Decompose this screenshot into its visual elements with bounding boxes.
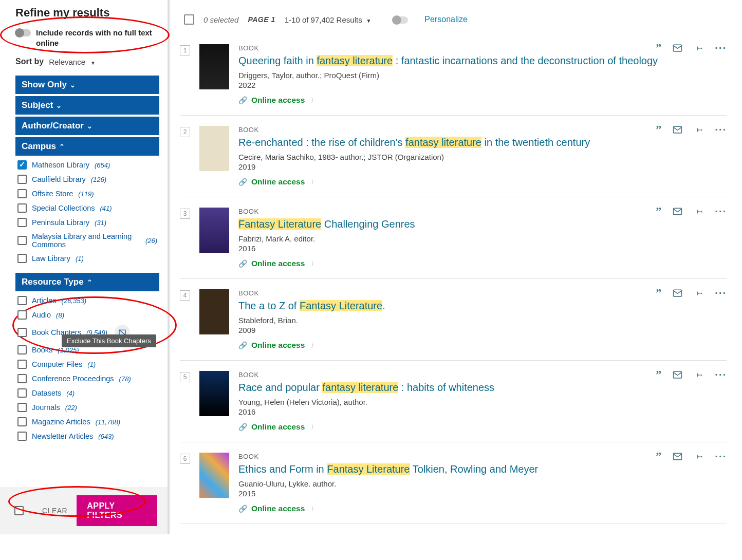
personalize-control[interactable]: Personalize: [393, 15, 468, 24]
facet-show-only[interactable]: Show Only⌄: [15, 76, 159, 94]
result-thumbnail[interactable]: [199, 44, 229, 89]
actions-checkbox[interactable]: [14, 506, 24, 515]
facet-checkbox[interactable]: [17, 310, 27, 320]
cite-icon[interactable]: ”: [656, 450, 661, 463]
chevron-down-icon: ⌄: [70, 81, 76, 89]
result-authors: Fabrizi, Mark A. editor.: [238, 234, 727, 243]
result-thumbnail[interactable]: [199, 453, 229, 498]
email-icon[interactable]: [673, 288, 682, 298]
facet-checkbox[interactable]: [17, 218, 27, 227]
result-title[interactable]: Fantasy Literature Challenging Genres: [238, 217, 727, 231]
cite-icon[interactable]: ”: [656, 41, 661, 54]
facet-item[interactable]: Journals (22): [15, 400, 159, 415]
result-title[interactable]: Ethics and Form in Fantasy Literature To…: [238, 462, 727, 476]
cite-icon[interactable]: ”: [656, 368, 661, 381]
online-access-link[interactable]: 🔗 Online access 〉: [238, 96, 727, 105]
facet-checkbox[interactable]: [17, 160, 27, 170]
facet-checkbox[interactable]: [17, 296, 27, 305]
more-icon[interactable]: ···: [715, 42, 727, 54]
result-actions: ” ···: [656, 41, 727, 54]
facet-item[interactable]: Computer Files (1): [15, 357, 159, 371]
facet-item[interactable]: Magazine Articles (11,788): [15, 415, 159, 429]
facet-checkbox[interactable]: [17, 417, 27, 426]
facet-subject[interactable]: Subject⌄: [15, 96, 159, 115]
facet-item[interactable]: Offsite Store (119): [15, 186, 159, 201]
facet-item[interactable]: Malaysia Library and Learning Commons (2…: [15, 230, 159, 251]
facet-campus[interactable]: Campus⌃: [15, 137, 159, 156]
facet-label: Offsite Store: [32, 190, 73, 198]
select-all-checkbox[interactable]: [184, 14, 194, 25]
email-icon[interactable]: [673, 125, 682, 135]
email-icon[interactable]: [673, 452, 682, 461]
facet-author[interactable]: Author/Creator⌄: [15, 117, 159, 135]
facet-checkbox[interactable]: [17, 236, 27, 245]
facet-item[interactable]: Special Collections (41): [15, 201, 159, 215]
pin-icon[interactable]: [694, 207, 703, 216]
pin-icon[interactable]: [694, 43, 703, 53]
sort-row: Sort by Relevance ▼: [15, 57, 159, 66]
facet-checkbox[interactable]: [17, 328, 27, 337]
facet-checkbox[interactable]: [17, 175, 27, 184]
cite-icon[interactable]: ”: [656, 204, 661, 218]
email-icon[interactable]: [673, 43, 682, 53]
facet-checkbox[interactable]: [17, 403, 27, 412]
online-access-link[interactable]: 🔗 Online access 〉: [238, 177, 727, 186]
cite-icon[interactable]: ”: [656, 286, 661, 300]
result-title[interactable]: The a to Z of Fantasy Literature.: [238, 299, 727, 313]
email-icon[interactable]: [673, 207, 682, 216]
facet-item[interactable]: Conference Proceedings (78): [15, 371, 159, 386]
result-title[interactable]: Queering faith in fantasy literature : f…: [238, 54, 727, 68]
pin-icon[interactable]: [694, 125, 703, 135]
facet-checkbox[interactable]: [17, 374, 27, 383]
facet-item[interactable]: Audio (8): [15, 308, 159, 322]
online-access-link[interactable]: 🔗 Online access 〉: [238, 422, 727, 432]
facet-resource-type[interactable]: Resource Type⌃: [15, 273, 159, 291]
facet-item[interactable]: Caulfield Library (126): [15, 172, 159, 186]
email-icon[interactable]: [673, 370, 682, 380]
include-no-fulltext-toggle[interactable]: [15, 29, 31, 36]
facet-checkbox[interactable]: [17, 360, 27, 369]
facet-item[interactable]: Matheson Library (654): [15, 158, 159, 172]
online-access-link[interactable]: 🔗 Online access 〉: [238, 504, 727, 513]
online-access-link[interactable]: 🔗 Online access 〉: [238, 259, 727, 268]
apply-filters-button[interactable]: APPLY FILTERS: [77, 495, 157, 526]
result-thumbnail[interactable]: [199, 289, 229, 334]
facet-checkbox[interactable]: [17, 388, 27, 398]
result-thumbnail[interactable]: [199, 126, 229, 171]
result-thumbnail[interactable]: [199, 371, 229, 416]
sort-dropdown[interactable]: Relevance ▼: [49, 58, 96, 66]
facet-checkbox[interactable]: [17, 203, 27, 213]
filter-actions-bar: CLEAR APPLY FILTERS: [0, 487, 168, 534]
more-icon[interactable]: ···: [715, 124, 727, 136]
facet-checkbox[interactable]: [17, 345, 27, 354]
facet-item[interactable]: Law Library (1): [15, 251, 159, 266]
more-icon[interactable]: ···: [715, 451, 727, 462]
facet-item[interactable]: Articles (26,353): [15, 293, 159, 308]
results-main: 0 selected PAGE 1 1-10 of 97,402 Results…: [170, 0, 742, 534]
facet-label: Conference Proceedings: [32, 375, 114, 383]
pin-icon[interactable]: [694, 288, 703, 298]
results-range-dropdown[interactable]: 1-10 of 97,402 Results ▼: [285, 15, 372, 24]
clear-button[interactable]: CLEAR: [42, 507, 67, 515]
facet-checkbox[interactable]: [17, 432, 27, 441]
sidebar-divider: [168, 0, 170, 534]
result-title[interactable]: Race and popular fantasy literature : ha…: [238, 381, 727, 395]
facet-count: (11,788): [96, 418, 120, 426]
result-thumbnail[interactable]: [199, 208, 229, 253]
online-access-link[interactable]: 🔗 Online access 〉: [238, 341, 727, 350]
more-icon[interactable]: ···: [715, 287, 727, 299]
more-icon[interactable]: ···: [715, 369, 727, 381]
facet-item[interactable]: Peninsula Library (31): [15, 215, 159, 230]
more-icon[interactable]: ···: [715, 206, 727, 217]
personalize-toggle[interactable]: [393, 16, 408, 24]
facet-item[interactable]: Newsletter Articles (643): [15, 429, 159, 443]
pin-icon[interactable]: [694, 452, 703, 461]
pin-icon[interactable]: [694, 370, 703, 380]
facet-item[interactable]: Datasets (4): [15, 386, 159, 400]
cite-icon[interactable]: ”: [656, 123, 661, 136]
facet-item[interactable]: Book Chapters (9,549) Exclude This Book …: [15, 322, 159, 343]
facet-checkbox[interactable]: [17, 189, 27, 198]
refine-sidebar: Refine my results Include records with n…: [0, 0, 170, 534]
result-title[interactable]: Re-enchanted : the rise of children's fa…: [238, 136, 727, 150]
facet-checkbox[interactable]: [17, 254, 27, 263]
